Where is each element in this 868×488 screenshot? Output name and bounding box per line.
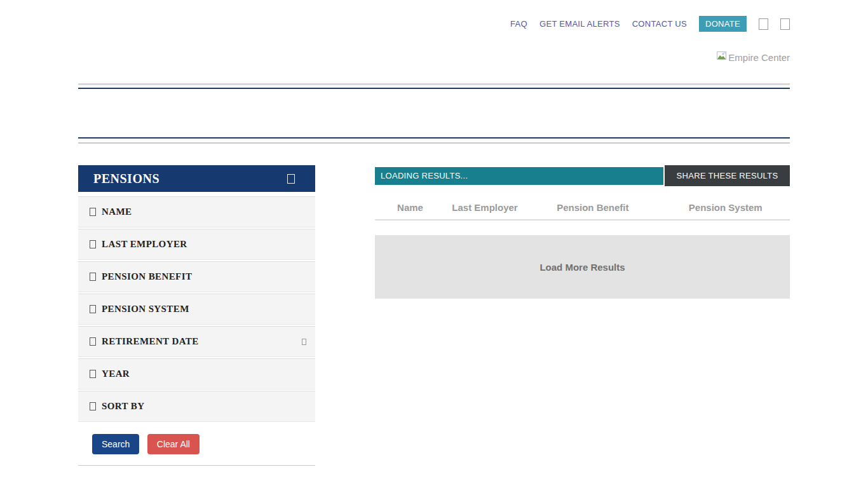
top-navigation: FAQ GET EMAIL ALERTS CONTACT US DONATE bbox=[78, 0, 790, 32]
collapse-square-icon[interactable] bbox=[287, 174, 295, 184]
filter-label: RETIREMENT DATE bbox=[102, 336, 199, 347]
share-results-button[interactable]: SHARE THESE RESULTS bbox=[665, 165, 790, 186]
logo-alt-text: Empire Center bbox=[728, 52, 790, 63]
filter-label: SORT BY bbox=[102, 401, 144, 412]
results-table-header: Name Last Employer Pension Benefit Pensi… bbox=[375, 202, 790, 213]
load-more-results-button[interactable]: Load More Results bbox=[375, 235, 790, 299]
filter-label: PENSION BENEFIT bbox=[102, 271, 192, 282]
loading-status-bar: LOADING RESULTS... bbox=[375, 167, 663, 185]
filter-label: YEAR bbox=[102, 369, 130, 379]
nav-link-email-alerts[interactable]: GET EMAIL ALERTS bbox=[539, 19, 620, 29]
filter-item-last-employer[interactable]: LAST EMPLOYER bbox=[78, 229, 315, 260]
expand-square-icon bbox=[90, 208, 96, 216]
filter-item-pension-system[interactable]: PENSION SYSTEM bbox=[78, 294, 315, 325]
column-header-pension-benefit: Pension Benefit bbox=[524, 202, 661, 213]
broken-image-icon bbox=[717, 51, 727, 63]
results-area: LOADING RESULTS... SHARE THESE RESULTS N… bbox=[375, 165, 790, 299]
nav-link-contact-us[interactable]: CONTACT US bbox=[632, 19, 687, 29]
filter-item-name[interactable]: NAME bbox=[78, 196, 315, 227]
info-square-icon[interactable] bbox=[302, 339, 306, 345]
filter-item-sort-by[interactable]: SORT BY bbox=[78, 391, 315, 422]
logo-row: Empire Center bbox=[78, 51, 790, 63]
filter-actions: Search Clear All bbox=[78, 422, 315, 465]
column-header-pension-system: Pension System bbox=[661, 202, 790, 213]
filter-label: NAME bbox=[102, 207, 132, 217]
divider-gray-bottom bbox=[78, 142, 790, 144]
main-content: PENSIONS NAME LAST EMPLOYER PENSION BENE… bbox=[78, 165, 790, 466]
pensions-filter-sidebar: PENSIONS NAME LAST EMPLOYER PENSION BENE… bbox=[78, 165, 315, 466]
site-logo-link[interactable]: Empire Center bbox=[717, 51, 790, 63]
clear-all-button[interactable]: Clear All bbox=[147, 434, 200, 454]
table-header-divider bbox=[375, 219, 790, 220]
social-icon-placeholder-1[interactable] bbox=[759, 18, 768, 30]
filter-label: LAST EMPLOYER bbox=[102, 239, 187, 250]
search-button[interactable]: Search bbox=[92, 434, 139, 454]
expand-square-icon bbox=[90, 337, 96, 346]
filter-item-retirement-date[interactable]: RETIREMENT DATE bbox=[78, 326, 315, 357]
expand-square-icon bbox=[90, 402, 96, 410]
filter-item-year[interactable]: YEAR bbox=[78, 358, 315, 390]
divider-navy-bottom bbox=[78, 137, 790, 139]
filter-item-pension-benefit[interactable]: PENSION BENEFIT bbox=[78, 261, 315, 292]
sidebar-title: PENSIONS bbox=[93, 172, 159, 186]
sidebar-bottom-divider bbox=[78, 465, 315, 466]
social-icon-placeholder-2[interactable] bbox=[780, 18, 790, 30]
page-container: FAQ GET EMAIL ALERTS CONTACT US DONATE E… bbox=[78, 0, 790, 466]
filter-list: NAME LAST EMPLOYER PENSION BENEFIT PENSI… bbox=[78, 196, 315, 422]
column-header-name: Name bbox=[375, 202, 445, 213]
filter-label: PENSION SYSTEM bbox=[102, 304, 189, 315]
expand-square-icon bbox=[90, 370, 96, 378]
sidebar-header: PENSIONS bbox=[78, 165, 315, 192]
nav-link-faq[interactable]: FAQ bbox=[510, 19, 527, 29]
expand-square-icon bbox=[90, 240, 96, 248]
expand-square-icon bbox=[90, 273, 96, 281]
divider-gray-top bbox=[78, 83, 790, 85]
column-header-last-employer: Last Employer bbox=[445, 202, 524, 213]
donate-button[interactable]: DONATE bbox=[699, 16, 747, 32]
empty-menu-band bbox=[78, 89, 790, 137]
load-more-label: Load More Results bbox=[539, 262, 625, 273]
results-toolbar: LOADING RESULTS... SHARE THESE RESULTS bbox=[375, 165, 790, 186]
expand-square-icon bbox=[90, 305, 96, 313]
